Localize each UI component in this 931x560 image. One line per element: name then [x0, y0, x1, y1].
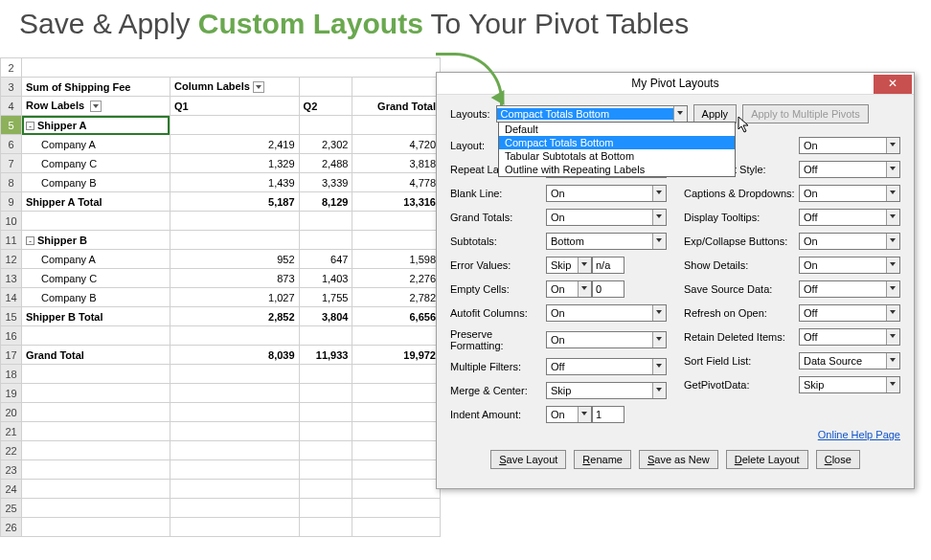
pivot-cell[interactable]: 19,972 — [352, 346, 441, 365]
field-dropdown[interactable]: Off — [799, 328, 900, 346]
pivot-cell[interactable] — [22, 460, 170, 480]
pivot-cell[interactable] — [170, 116, 299, 135]
pivot-cell[interactable] — [170, 518, 299, 537]
chevron-down-icon[interactable] — [652, 186, 666, 201]
chevron-down-icon[interactable] — [886, 281, 899, 297]
pivot-cell[interactable] — [22, 403, 170, 422]
pivot-cell[interactable] — [352, 116, 441, 135]
pivot-cell[interactable] — [299, 116, 352, 135]
filter-icon[interactable] — [253, 81, 264, 93]
pivot-cell[interactable] — [22, 212, 170, 231]
pivot-cell[interactable] — [170, 441, 299, 460]
chevron-down-icon[interactable] — [886, 353, 899, 369]
pivot-cell[interactable] — [170, 403, 299, 422]
pivot-cell[interactable] — [299, 384, 352, 403]
row-header[interactable]: 21 — [1, 422, 22, 441]
pivot-cell[interactable] — [299, 212, 352, 231]
pivot-cell[interactable] — [170, 212, 299, 231]
measure-cell[interactable]: Sum of Shipping Fee — [22, 78, 170, 97]
chevron-down-icon[interactable] — [886, 377, 899, 392]
row-header[interactable]: 16 — [1, 326, 22, 346]
filter-icon[interactable] — [90, 101, 102, 112]
pivot-cell[interactable] — [352, 480, 441, 499]
pivot-cell[interactable] — [170, 460, 299, 480]
row-header[interactable]: 25 — [1, 499, 22, 518]
column-labels-cell[interactable]: Column Labels — [170, 78, 299, 97]
pivot-cell[interactable]: Company A — [22, 135, 170, 154]
pivot-cell[interactable]: 6,656 — [352, 307, 441, 326]
row-header[interactable]: 10 — [1, 212, 22, 231]
field-dropdown[interactable]: On — [546, 209, 667, 226]
pivot-cell[interactable]: 2,276 — [352, 269, 441, 288]
pivot-cell[interactable] — [352, 365, 441, 384]
pivot-cell[interactable] — [352, 231, 441, 250]
field-dropdown[interactable]: Data Source — [799, 352, 900, 370]
pivot-cell[interactable] — [170, 384, 299, 403]
field-dropdown[interactable]: On — [799, 233, 900, 250]
pivot-cell[interactable]: 13,316 — [352, 192, 441, 212]
field-dropdown[interactable]: On — [799, 257, 900, 274]
pivot-cell[interactable] — [22, 480, 170, 499]
pivot-cell[interactable] — [170, 422, 299, 441]
row-header[interactable]: 11 — [1, 231, 22, 250]
pivot-cell[interactable] — [299, 422, 352, 441]
pivot-cell[interactable] — [299, 365, 352, 384]
pivot-cell[interactable]: Grand Total — [22, 346, 170, 365]
pivot-cell[interactable]: Company A — [22, 250, 170, 269]
close-button[interactable]: Close — [816, 450, 860, 469]
row-labels-cell[interactable]: Row Labels — [22, 97, 170, 116]
row-header[interactable]: 8 — [1, 173, 22, 192]
pivot-cell[interactable] — [352, 422, 441, 441]
row-header[interactable]: 20 — [1, 403, 22, 422]
pivot-cell[interactable]: 873 — [170, 269, 299, 288]
field-dropdown[interactable]: Skip — [546, 257, 592, 274]
chevron-down-icon[interactable] — [886, 186, 899, 201]
field-dropdown[interactable]: On — [546, 185, 667, 202]
dropdown-option[interactable]: Outline with Repeating Labels — [499, 163, 735, 176]
pivot-cell[interactable]: 8,039 — [170, 346, 299, 365]
field-dropdown[interactable]: On — [546, 406, 592, 423]
pivot-cell[interactable] — [352, 384, 441, 403]
pivot-cell[interactable] — [22, 441, 170, 460]
chevron-down-icon[interactable] — [886, 305, 899, 321]
pivot-cell[interactable] — [170, 480, 299, 499]
pivot-cell[interactable]: 8,129 — [299, 192, 352, 212]
pivot-cell[interactable] — [170, 499, 299, 518]
row-header[interactable]: 18 — [1, 365, 22, 384]
pivot-cell[interactable] — [170, 326, 299, 346]
chevron-down-icon[interactable] — [886, 210, 899, 225]
field-dropdown[interactable]: Off — [799, 209, 900, 226]
pivot-cell[interactable] — [170, 365, 299, 384]
chevron-down-icon[interactable] — [886, 258, 899, 273]
pivot-cell[interactable] — [22, 365, 170, 384]
rename-button[interactable]: Rename — [574, 450, 631, 469]
pivot-cell[interactable]: 952 — [170, 250, 299, 269]
row-header[interactable]: 19 — [1, 384, 22, 403]
chevron-down-icon[interactable] — [578, 281, 591, 297]
pivot-cell[interactable] — [352, 499, 441, 518]
chevron-down-icon[interactable] — [652, 210, 666, 225]
dropdown-option[interactable]: Default — [499, 123, 735, 136]
pivot-cell[interactable] — [299, 518, 352, 537]
pivot-cell[interactable] — [352, 403, 441, 422]
field-dropdown[interactable]: Off — [546, 358, 667, 375]
field-dropdown[interactable]: On — [546, 331, 667, 348]
pivot-cell[interactable]: 4,778 — [352, 173, 441, 192]
chevron-down-icon[interactable] — [886, 234, 899, 249]
pivot-cell[interactable]: 2,419 — [170, 135, 299, 154]
chevron-down-icon[interactable] — [652, 305, 666, 321]
pivot-cell[interactable]: 3,339 — [299, 173, 352, 192]
pivot-cell[interactable]: Shipper B Total — [22, 307, 170, 326]
chevron-down-icon[interactable] — [652, 234, 666, 249]
chevron-down-icon[interactable] — [578, 407, 591, 422]
pivot-cell[interactable]: Company C — [22, 154, 170, 173]
spreadsheet[interactable]: 2 3 Sum of Shipping Fee Column Labels 4 … — [0, 57, 441, 537]
row-header[interactable]: 14 — [1, 288, 22, 307]
pivot-cell[interactable]: -Shipper A — [22, 116, 170, 135]
pivot-cell[interactable]: Shipper A Total — [22, 192, 170, 212]
field-dropdown[interactable]: Off — [799, 280, 900, 298]
chevron-down-icon[interactable] — [652, 383, 666, 398]
apply-button[interactable]: Apply — [693, 104, 738, 123]
field-dropdown[interactable]: On — [546, 280, 592, 298]
row-header[interactable]: 5 — [1, 116, 22, 135]
